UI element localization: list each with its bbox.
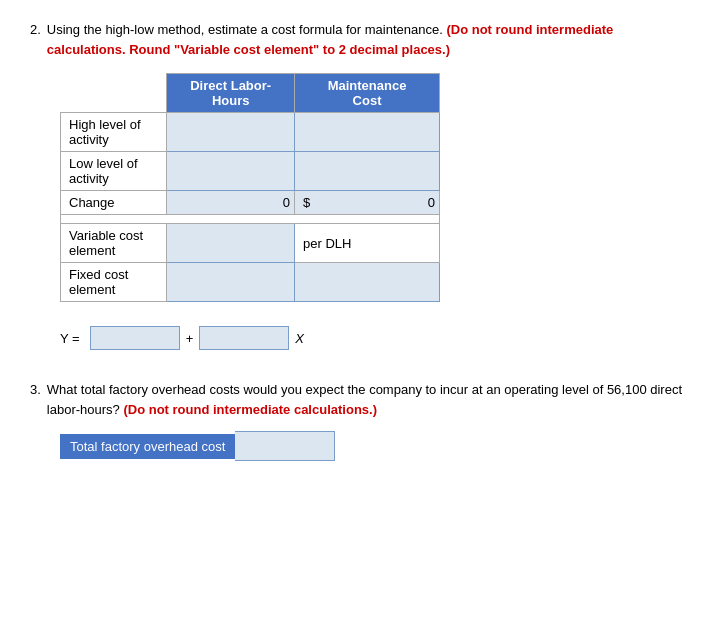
per-dlh-cell: per DLH: [295, 224, 440, 263]
change-maint-cell: $ 0: [295, 191, 440, 215]
fixed-cost-maint-cell[interactable]: [295, 263, 440, 302]
formula-fixed-input[interactable]: [90, 326, 180, 350]
total-cost-section: Total factory overhead cost: [60, 431, 685, 461]
separator-cell: [61, 215, 440, 224]
low-level-dlh-cell[interactable]: [167, 152, 295, 191]
formula-section: Y = + X: [60, 326, 685, 350]
low-level-label: Low level of activity: [61, 152, 167, 191]
question2-number: 2.: [30, 20, 41, 59]
col-dlh-header: Direct Labor-Hours: [167, 74, 295, 113]
col-label-header: [61, 74, 167, 113]
question3-instruction: (Do not round intermediate calculations.…: [123, 402, 377, 417]
table-row: Fixed cost element: [61, 263, 440, 302]
high-level-maint-input[interactable]: [303, 125, 431, 140]
question3-number: 3.: [30, 380, 41, 419]
low-level-maint-cell[interactable]: [295, 152, 440, 191]
formula-variable-input[interactable]: [199, 326, 289, 350]
change-maint-value: 0: [314, 195, 435, 210]
high-level-label: High level of activity: [61, 113, 167, 152]
formula-plus: +: [186, 331, 194, 346]
high-level-dlh-input[interactable]: [175, 125, 286, 140]
total-cost-input[interactable]: [235, 431, 335, 461]
table-row: Change 0 $ 0: [61, 191, 440, 215]
fixed-cost-label: Fixed cost element: [61, 263, 167, 302]
fixed-cost-dlh-cell[interactable]: [167, 263, 295, 302]
low-level-maint-input[interactable]: [303, 164, 431, 179]
variable-cost-dlh-cell[interactable]: [167, 224, 295, 263]
low-level-dlh-input[interactable]: [175, 164, 286, 179]
variable-cost-input[interactable]: [175, 236, 286, 251]
high-level-maint-cell[interactable]: [295, 113, 440, 152]
formula-x-label: X: [295, 331, 304, 346]
table-row: Variable cost element per DLH: [61, 224, 440, 263]
separator-row: [61, 215, 440, 224]
question2-table-container: Direct Labor-Hours MaintenanceCost High …: [60, 73, 685, 302]
question2-header: 2. Using the high-low method, estimate a…: [30, 20, 685, 59]
question3-text: What total factory overhead costs would …: [47, 380, 685, 419]
table-row: High level of activity: [61, 113, 440, 152]
table-row: Low level of activity: [61, 152, 440, 191]
change-label: Change: [61, 191, 167, 215]
change-dlh-cell: 0: [167, 191, 295, 215]
variable-cost-label: Variable cost element: [61, 224, 167, 263]
fixed-cost-maint-input[interactable]: [303, 275, 431, 290]
total-cost-label: Total factory overhead cost: [60, 434, 235, 459]
question2-text: Using the high-low method, estimate a co…: [47, 20, 685, 59]
high-level-dlh-cell[interactable]: [167, 113, 295, 152]
formula-y-label: Y =: [60, 331, 80, 346]
dollar-sign: $: [303, 195, 310, 210]
fixed-cost-dlh-input[interactable]: [175, 275, 286, 290]
col-maint-header: MaintenanceCost: [295, 74, 440, 113]
question3-header: 3. What total factory overhead costs wou…: [30, 380, 685, 419]
high-low-table: Direct Labor-Hours MaintenanceCost High …: [60, 73, 440, 302]
